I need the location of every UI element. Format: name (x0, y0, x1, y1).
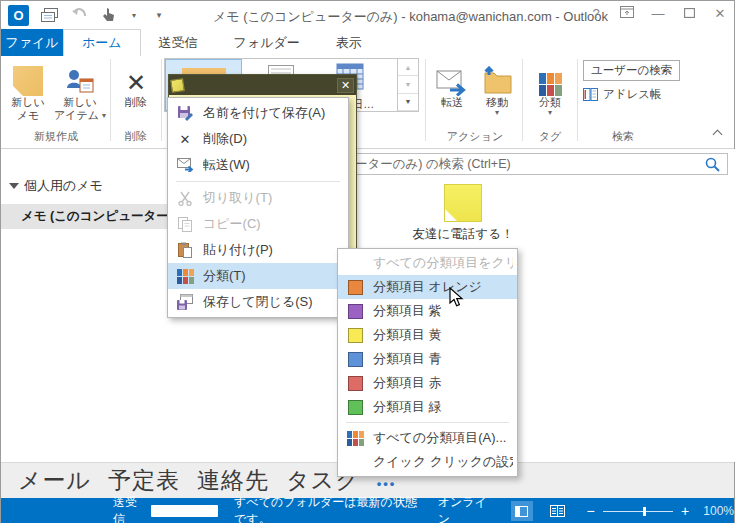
forward-envelope-icon (436, 70, 468, 96)
submenu-item-category-blue[interactable]: 分類項目 青 (338, 347, 517, 371)
categorize-grid-icon (539, 73, 562, 96)
submenu-item-category-purple[interactable]: 分類項目 紫 (338, 299, 517, 323)
customize-qat-icon[interactable]: ▾ (149, 5, 169, 25)
tab-home[interactable]: ホーム (63, 29, 141, 56)
note-close-icon[interactable]: ✕ (337, 78, 354, 93)
address-book-icon (583, 88, 599, 101)
submenu-item-category-green[interactable]: 分類項目 緑 (338, 395, 517, 419)
menu-item-paste[interactable]: 貼り付け(P) (168, 237, 348, 263)
address-book-button[interactable]: アドレス帳 (583, 87, 662, 102)
help-icon[interactable]: ? (588, 6, 604, 21)
new-note-button[interactable]: 新しい メモ (5, 58, 51, 122)
zoom-in-icon[interactable]: + (681, 503, 689, 519)
quick-access-toolbar: O ▾ ▾ (1, 5, 169, 26)
send-receive-status-label[interactable]: 送受信 (113, 494, 143, 523)
note-glyph-icon[interactable] (170, 78, 185, 93)
category-color-swatch (348, 376, 363, 391)
delete-x-icon: ✕ (174, 132, 196, 147)
sticky-note-titlebar[interactable]: ✕ (169, 75, 356, 95)
new-items-button[interactable]: 新しい アイテム▾ (53, 58, 107, 122)
touch-mode-dropdown-icon[interactable]: ▾ (129, 5, 139, 25)
note-label: 友達に電話する！ (413, 226, 514, 243)
reading-view-button[interactable] (547, 501, 569, 521)
submenu-item-quick-click[interactable]: クイック クリックの設定(Q)... (338, 450, 517, 474)
group-label-actions: アクション (429, 129, 521, 144)
ribbon-display-options-icon[interactable] (619, 6, 635, 21)
minimize-icon[interactable]: — (650, 6, 666, 21)
submenu-item-category-yellow[interactable]: 分類項目 黄 (338, 323, 517, 347)
categorize-grid-icon (174, 269, 196, 284)
tab-view[interactable]: 表示 (318, 29, 380, 56)
menu-item-forward[interactable]: 転送(W) (168, 152, 348, 178)
outlook-window: O ▾ ▾ メモ (このコンピューターのみ) - kohama@wanichan… (0, 0, 735, 523)
menu-item-save-and-close[interactable]: 保存して閉じる(S) (168, 289, 348, 315)
note-list-item[interactable]: 友達に電話する！ (383, 184, 543, 243)
categorize-submenu: すべての分類項目をクリア(C) 分類項目 オレンジ 分類項目 紫 分類項目 黄 … (337, 248, 518, 477)
close-icon[interactable]: ✕ (712, 6, 728, 21)
gallery-up-icon[interactable]: ▲ (398, 59, 418, 76)
category-color-swatch (348, 352, 363, 367)
maximize-icon[interactable] (681, 6, 697, 21)
scissors-icon (174, 191, 196, 206)
menu-separator (176, 181, 340, 182)
tab-send-receive[interactable]: 送受信 (141, 29, 216, 56)
dropdown-caret-icon: ▾ (548, 109, 552, 117)
gallery-scrollbar[interactable]: ▲ ▼ ▼ (397, 58, 419, 112)
group-label-delete: 削除 (112, 129, 160, 144)
gallery-more-icon[interactable]: ▼ (398, 94, 418, 111)
zoom-level[interactable]: 100% (703, 504, 734, 518)
submenu-item-all-categories[interactable]: すべての分類項目(A)... (338, 426, 517, 450)
move-folder-icon (481, 66, 513, 96)
note-icon (444, 184, 482, 222)
ribbon: 新しい メモ 新しい アイテム▾ 新規作成 ✕ 削除 削除 (1, 56, 734, 149)
sticky-note-icon (13, 66, 43, 96)
categorize-button[interactable]: 分類 ▾ (527, 58, 573, 117)
zoom-slider[interactable] (603, 511, 673, 512)
forward-button[interactable]: 転送 (431, 58, 473, 109)
window-title: メモ (このコンピューターのみ) - kohama@wanichan.com -… (213, 8, 608, 26)
nav-calendar[interactable]: 予定表 (108, 465, 180, 496)
find-user-button[interactable]: ユーザーの検索 (583, 60, 680, 81)
move-button[interactable]: 移動 ▾ (475, 58, 519, 117)
touch-mouse-mode-icon[interactable] (99, 5, 119, 25)
gallery-down-icon[interactable]: ▼ (398, 76, 418, 93)
submenu-item-clear-all: すべての分類項目をクリア(C) (338, 251, 517, 275)
submenu-item-category-orange[interactable]: 分類項目 オレンジ (338, 275, 517, 299)
undo-icon[interactable] (69, 5, 89, 25)
zoom-slider-thumb[interactable] (643, 507, 646, 516)
nav-people[interactable]: 連絡先 (197, 465, 269, 496)
tab-folder[interactable]: フォルダー (216, 29, 318, 56)
normal-view-icon (515, 506, 528, 517)
dropdown-caret-icon: ▾ (102, 112, 106, 120)
forward-envelope-icon (174, 158, 196, 172)
collapse-triangle-icon (9, 183, 19, 189)
status-bar: 送受信 すべてのフォルダーは最新の状態です。 オンライン − + 100% (1, 498, 734, 523)
category-color-swatch (348, 328, 363, 343)
submenu-item-category-red[interactable]: 分類項目 赤 (338, 371, 517, 395)
category-color-swatch (348, 400, 363, 415)
menu-item-copy: コピー(C) (168, 211, 348, 237)
menu-separator (346, 422, 509, 423)
new-items-icon (65, 66, 95, 96)
zoom-out-icon[interactable]: − (587, 503, 595, 519)
folder-status-text: すべてのフォルダーは最新の状態です。 (234, 494, 418, 523)
menu-item-categorize[interactable]: 分類(T) (168, 263, 348, 289)
tab-file[interactable]: ファイル (1, 29, 63, 56)
normal-view-button[interactable] (511, 501, 533, 521)
nav-mail[interactable]: メール (18, 465, 91, 496)
online-status: オンライン (438, 494, 489, 523)
menu-item-delete[interactable]: ✕ 削除(D) (168, 126, 348, 152)
collapse-ribbon-icon[interactable] (713, 128, 722, 137)
menu-item-cut: 切り取り(T) (168, 185, 348, 211)
outlook-logo-icon[interactable]: O (8, 5, 29, 26)
note-context-menu: 名前を付けて保存(A) ✕ 削除(D) 転送(W) 切り取り(T) コピー(C) (167, 97, 349, 318)
title-bar: O ▾ ▾ メモ (このコンピューターのみ) - kohama@wanichan… (1, 1, 734, 29)
group-label-new: 新規作成 (5, 129, 107, 144)
send-receive-icon[interactable] (39, 5, 59, 25)
menu-item-save-as[interactable]: 名前を付けて保存(A) (168, 100, 348, 126)
search-icon[interactable] (705, 157, 720, 172)
save-as-icon (174, 105, 196, 121)
category-color-swatch (348, 280, 363, 295)
delete-x-icon: ✕ (126, 70, 146, 96)
delete-button[interactable]: ✕ 削除 (114, 58, 158, 109)
